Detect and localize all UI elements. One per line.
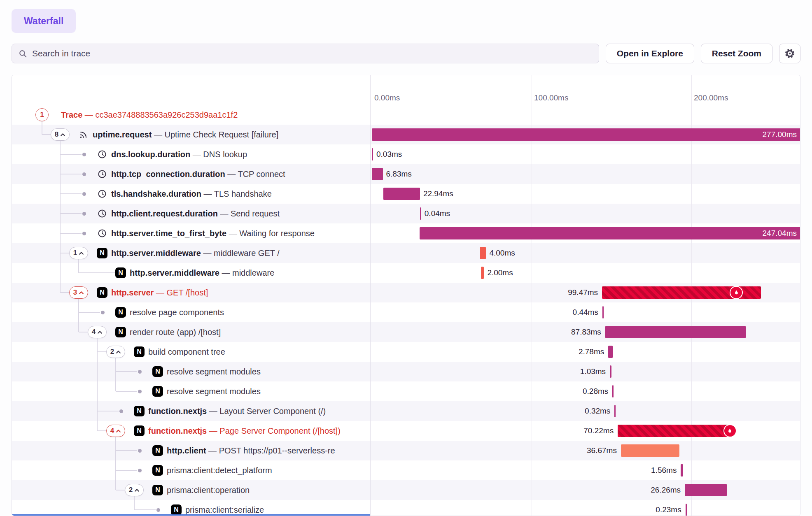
trace-row[interactable]: http.server.time_to_first_byte — Waiting… — [12, 223, 800, 243]
trace-row[interactable]: Nfunction.nextjs — Layout Server Compone… — [12, 401, 800, 421]
trace-row[interactable]: 4Nfunction.nextjs — Page Server Componen… — [12, 421, 800, 441]
separator: — — [218, 209, 231, 218]
waterfall-tab[interactable]: Waterfall — [12, 9, 76, 33]
trace-row[interactable]: http.client.request.duration — Send requ… — [12, 204, 800, 223]
span-name: http.server.middleware — [130, 268, 219, 277]
search-box[interactable] — [12, 44, 599, 63]
span-bar[interactable] — [420, 207, 421, 220]
trace-panel: 0.00ms100.00ms200.00ms 1Trace — cc3ae374… — [12, 75, 800, 516]
tree-cell: Nprisma:client:serialize — [12, 500, 370, 516]
expand-badge[interactable]: 8 — [51, 128, 70, 141]
span-bar[interactable] — [480, 247, 486, 259]
tree-waterfall-divider[interactable] — [370, 75, 371, 516]
trace-row[interactable]: Nprisma:client:serialize0.23ms — [12, 500, 800, 516]
trace-row[interactable]: 4Nrender route (app) /[host]87.83ms — [12, 322, 800, 342]
bar-duration-label: 70.22ms — [583, 421, 614, 441]
trace-row[interactable]: 2Nbuild component tree2.78ms — [12, 342, 800, 362]
timeline-gridline — [372, 243, 372, 263]
expand-badge[interactable]: 2 — [106, 346, 125, 358]
reset-zoom-button[interactable]: Reset Zoom — [701, 44, 772, 63]
span-bar[interactable] — [685, 484, 727, 496]
span-bar[interactable] — [610, 365, 611, 378]
expand-badge[interactable]: 4 — [106, 425, 125, 437]
span-bar[interactable] — [608, 346, 613, 358]
span-bar[interactable] — [372, 128, 800, 141]
search-input[interactable] — [32, 49, 592, 58]
span-bar[interactable] — [618, 425, 730, 437]
trace-row[interactable]: Nprisma:client:detect_platform1.56ms — [12, 460, 800, 480]
trace-row[interactable]: Nhttp.client — POST https://p01--serverl… — [12, 441, 800, 460]
span-description: TLS handshake — [214, 189, 272, 198]
expand-badge[interactable]: 1 — [35, 108, 49, 121]
span-bar[interactable] — [614, 405, 616, 417]
tree-connector-line — [97, 362, 98, 381]
clock-icon — [97, 149, 107, 161]
span-bar[interactable] — [686, 504, 687, 516]
span-title: resolve segment modules — [167, 362, 261, 381]
trace-row[interactable]: Nhttp.server.middleware — middleware2.00… — [12, 263, 800, 283]
trace-row[interactable]: tls.handshake.duration — TLS handshake22… — [12, 184, 800, 204]
separator: — — [207, 426, 219, 435]
trace-row[interactable]: Nresolve segment modules0.28ms — [12, 381, 800, 401]
span-name: Trace — [61, 110, 82, 119]
span-bar[interactable] — [372, 148, 373, 160]
tree-connector-line — [97, 421, 98, 431]
nextjs-icon: N — [134, 406, 145, 416]
span-bar[interactable] — [372, 168, 383, 180]
trace-rows: 1Trace — cc3ae3748883563a926c253d9aa1c1f… — [12, 105, 800, 516]
span-description: resolve segment modules — [167, 367, 261, 376]
bar-duration-label: 1.03ms — [580, 362, 606, 381]
tree-connector-line — [116, 490, 125, 490]
span-name: http.server.time_to_first_byte — [111, 229, 226, 238]
open-in-explore-button[interactable]: Open in Explore — [606, 44, 694, 63]
trace-row[interactable]: Nresolve page components0.44ms — [12, 302, 800, 322]
trace-row[interactable]: dns.lookup.duration — DNS lookup0.03ms — [12, 144, 800, 164]
span-bar[interactable] — [612, 385, 614, 397]
span-bar[interactable] — [605, 326, 746, 338]
tree-cell: 2Nprisma:client:operation — [12, 480, 370, 500]
chevron-up-icon — [134, 488, 140, 492]
span-dot — [82, 153, 86, 156]
tree-connector-line — [60, 292, 69, 293]
waterfall-cell: 87.83ms — [370, 322, 800, 342]
span-name: http.client.request.duration — [111, 209, 218, 218]
span-bar[interactable] — [681, 464, 683, 476]
span-description: resolve page components — [130, 308, 224, 317]
separator: — — [201, 189, 214, 198]
tree-cell: http.server.time_to_first_byte — Waiting… — [12, 223, 370, 243]
expand-badge[interactable]: 2 — [125, 484, 144, 496]
trace-row[interactable]: 1Nhttp.server.middleware — middleware GE… — [12, 243, 800, 263]
trace-row[interactable]: http.tcp_connection.duration — TCP conne… — [12, 164, 800, 184]
span-bar[interactable] — [621, 444, 679, 457]
waterfall-cell: 0.32ms — [370, 401, 800, 421]
bar-duration-label: 6.83ms — [386, 164, 412, 184]
trace-row[interactable]: 3Nhttp.server — GET /[host]99.47ms — [12, 283, 800, 302]
span-title: Trace — cc3ae3748883563a926c253d9aa1c1f2 — [61, 105, 238, 125]
bar-duration-label: 0.32ms — [585, 401, 610, 421]
span-bar[interactable] — [481, 267, 484, 279]
waterfall-cell: 26.26ms — [370, 480, 800, 500]
trace-row[interactable]: 1Trace — cc3ae3748883563a926c253d9aa1c1f… — [12, 105, 800, 125]
timeline-gridline — [691, 263, 692, 283]
trace-row[interactable]: 2Nprisma:client:operation26.26ms — [12, 480, 800, 500]
bar-duration-label: 0.44ms — [573, 302, 598, 322]
expand-badge[interactable]: 3 — [69, 286, 88, 299]
settings-button[interactable] — [779, 44, 800, 63]
nextjs-icon: N — [115, 267, 126, 278]
tree-cell: 4Nfunction.nextjs — Page Server Componen… — [12, 421, 370, 441]
span-bar[interactable] — [602, 306, 604, 318]
span-bar[interactable] — [383, 188, 420, 200]
bar-duration-label: 0.04ms — [425, 204, 450, 223]
tree-connector-line — [79, 332, 88, 332]
tree-connector-line — [134, 500, 135, 510]
span-title: tls.handshake.duration — TLS handshake — [111, 184, 272, 204]
expand-badge[interactable]: 1 — [69, 247, 88, 259]
span-bar[interactable] — [420, 227, 800, 239]
span-name: http.server — [111, 288, 154, 297]
trace-row[interactable]: 8uptime.request — Uptime Check Request [… — [12, 125, 800, 144]
chevron-up-icon — [116, 429, 121, 433]
trace-row[interactable]: Nresolve segment modules1.03ms — [12, 362, 800, 381]
expand-badge[interactable]: 4 — [88, 326, 107, 338]
waterfall-cell: 0.23ms — [370, 500, 800, 516]
timeline-gridline — [372, 105, 372, 125]
